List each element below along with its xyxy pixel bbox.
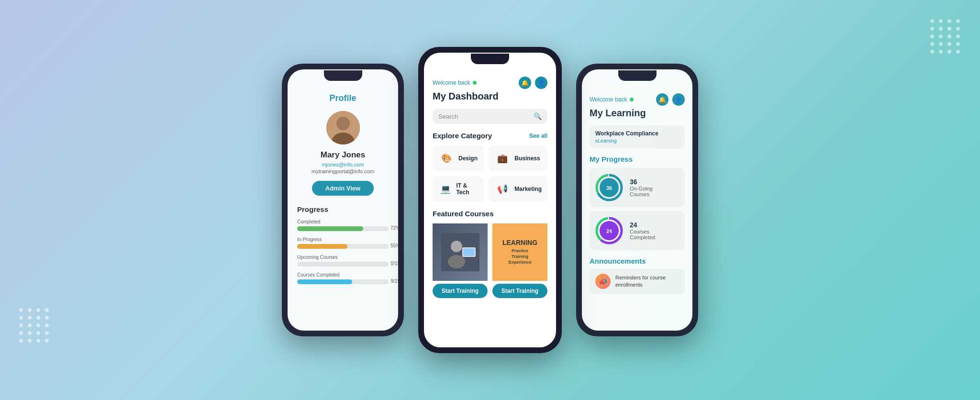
search-bar[interactable]: Search 🔍	[433, 109, 547, 124]
svg-text:24: 24	[606, 228, 612, 234]
start-training-btn-2[interactable]: Start Training	[492, 284, 547, 298]
progress-completed: Completed 72%	[297, 219, 389, 231]
course-card-1: Start Training	[433, 223, 488, 298]
category-business[interactable]: 💼 Business	[489, 145, 547, 171]
notification-icon[interactable]: 🔔	[519, 77, 531, 89]
marketing-category-label: Marketing	[514, 186, 542, 192]
progress-completed-sub-label: CoursesCompleted	[630, 229, 655, 240]
progress-upcoming-bar-bg: 0/15	[297, 262, 389, 267]
decorative-dots-right	[930, 19, 961, 54]
progress-courses-completed-bar-bg: 9/15	[297, 279, 389, 284]
phone-left: Profile Mary Jones mjones@info.com mytra…	[282, 64, 404, 336]
marketing-category-icon: 📢	[494, 181, 511, 197]
user-account-icon[interactable]: 👤	[535, 77, 547, 89]
course-item-title: Workplace Compliance	[595, 130, 679, 137]
learning-screen-wrapper: Welcome back 🔔 👤 My Learning Workplace C…	[582, 69, 692, 331]
phone-right: Welcome back 🔔 👤 My Learning Workplace C…	[576, 64, 698, 336]
admin-view-button[interactable]: Admin View	[312, 181, 374, 196]
featured-courses-title: Featured Courses	[433, 210, 494, 218]
user-email-secondary: mytrainingportal@info.com	[312, 168, 374, 174]
business-category-label: Business	[514, 155, 540, 162]
see-all-button[interactable]: See all	[529, 133, 547, 139]
progress-courses-completed-value: 9/15	[391, 278, 398, 284]
it-tech-category-icon: 💻	[438, 181, 452, 197]
progress-circle-completed: 24 24 CoursesCompleted	[590, 211, 685, 250]
top-icons: 🔔 👤	[519, 77, 547, 89]
featured-courses-header: Featured Courses	[433, 210, 547, 218]
it-tech-category-label: IT & Tech	[456, 182, 478, 196]
phone-center: Welcome back 🔔 👤 My Dashboard Search 🔍	[418, 47, 562, 353]
svg-point-4	[451, 241, 462, 252]
svg-text:36: 36	[606, 185, 612, 191]
progress-ongoing-label: On-GoingCourses	[630, 186, 653, 197]
progress-circle-ongoing: 36 36 On-GoingCourses	[590, 168, 685, 207]
progress-upcoming-value: 0/15	[391, 261, 398, 266]
progress-completed-bar-bg: 72%	[297, 226, 389, 231]
circle-ongoing-chart: 36	[595, 174, 623, 201]
course-card-2: LEARNING PracticeTrainingExperience Star…	[492, 223, 547, 298]
progress-completed-fill	[297, 226, 363, 231]
search-placeholder-text: Search	[438, 113, 530, 120]
progress-upcoming-label: Upcoming Courses	[297, 255, 389, 260]
course-thumb-1	[433, 223, 488, 281]
announcements-section: Announcements 📣 Reminders for courseenro…	[590, 257, 685, 294]
online-indicator	[473, 81, 477, 85]
announcement-text: Reminders for courseenrollments	[615, 274, 666, 289]
design-category-icon: 🎨	[438, 150, 455, 167]
welcome-text: Welcome back	[433, 79, 470, 86]
my-progress-title: My Progress	[590, 155, 685, 163]
design-category-label: Design	[458, 155, 478, 162]
profile-screen: Profile Mary Jones mjones@info.com mytra…	[288, 69, 398, 331]
user-name: Mary Jones	[321, 150, 366, 160]
start-training-btn-1[interactable]: Start Training	[433, 284, 488, 298]
learning-top-icons: 🔔 👤	[656, 93, 685, 106]
svg-rect-7	[463, 248, 475, 256]
svg-point-1	[336, 117, 350, 130]
progress-upcoming: Upcoming Courses 0/15	[297, 255, 389, 267]
progress-courses-completed: Courses Completed 9/15	[297, 272, 389, 284]
progress-inprogress: In-Progress 55%	[297, 237, 389, 249]
progress-section: Progress Completed 72% In-Progress	[297, 205, 389, 290]
dashboard-screen: Welcome back 🔔 👤 My Dashboard Search 🔍	[424, 53, 556, 347]
course-item-subtitle: eLearning	[595, 138, 679, 144]
announcements-title: Announcements	[590, 257, 685, 265]
progress-completed-value: 72%	[390, 225, 398, 231]
phone-notch-right	[618, 70, 657, 81]
course-cards-row: Start Training LEARNING PracticeTraining…	[433, 223, 547, 298]
explore-category-header: Explore Category See all	[433, 132, 547, 140]
avatar-image	[326, 111, 360, 144]
learning-account-icon[interactable]: 👤	[672, 93, 685, 106]
my-progress-section: My Progress 36	[590, 155, 685, 250]
progress-inprogress-value: 55%	[390, 243, 398, 248]
category-marketing[interactable]: 📢 Marketing	[489, 176, 547, 202]
progress-completed-label: Completed	[297, 219, 389, 224]
circle-completed-chart: 24	[595, 217, 623, 244]
progress-completed-count: 24	[630, 221, 655, 229]
learning-welcome-text: Welcome back	[590, 96, 627, 103]
progress-courses-completed-label: Courses Completed	[297, 272, 389, 278]
progress-inprogress-label: In-Progress	[297, 237, 389, 242]
dashboard-top-bar: Welcome back 🔔 👤	[433, 77, 547, 89]
learning-title: My Learning	[590, 108, 685, 119]
categories-grid: 🎨 Design 💼 Business 💻 IT & Tech 📢 Market…	[433, 145, 547, 202]
progress-inprogress-fill	[297, 244, 347, 249]
progress-inprogress-bar-bg: 55%	[297, 244, 389, 249]
progress-ongoing-info: 36 On-GoingCourses	[630, 178, 653, 197]
featured-courses-section: Featured Courses	[433, 210, 547, 298]
progress-ongoing-count: 36	[630, 178, 653, 186]
phone-notch-center	[471, 54, 509, 64]
avatar	[326, 111, 360, 144]
learning-top-bar: Welcome back 🔔 👤	[590, 93, 685, 106]
course-thumb-2: LEARNING PracticeTrainingExperience	[492, 223, 547, 281]
learning-notification-icon[interactable]: 🔔	[656, 93, 668, 106]
course-item-card[interactable]: Workplace Compliance eLearning	[590, 125, 685, 148]
phones-container: Profile Mary Jones mjones@info.com mytra…	[282, 47, 698, 353]
dashboard-title: My Dashboard	[433, 91, 547, 102]
phone-notch-left	[324, 70, 362, 81]
category-it-tech[interactable]: 💻 IT & Tech	[433, 176, 484, 202]
learning-online-indicator	[630, 98, 634, 101]
progress-courses-completed-fill	[297, 279, 352, 284]
progress-completed-info: 24 CoursesCompleted	[630, 221, 655, 240]
category-design[interactable]: 🎨 Design	[433, 145, 484, 171]
announcement-card: 📣 Reminders for courseenrollments	[590, 269, 685, 294]
